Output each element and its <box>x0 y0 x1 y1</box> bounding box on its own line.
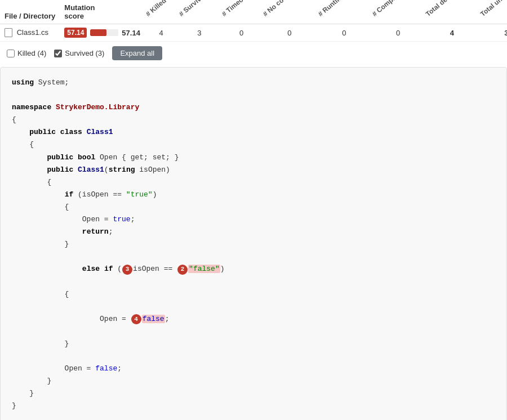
killed-filter[interactable]: Killed (4) <box>7 49 46 57</box>
score-cell: 57.14 57.14 <box>60 24 145 42</box>
col-header-timeout: # Timeout <box>221 0 261 24</box>
score-bar-fill <box>90 29 106 36</box>
code-line-20: Open = false; <box>12 363 495 375</box>
code-line-13: return; <box>12 226 495 238</box>
code-line-18: } <box>12 338 495 350</box>
code-line-15: else if (3isOpen == 2"false") <box>12 251 495 288</box>
code-line-3: namespace StrykerDemo.Library <box>12 101 495 114</box>
code-line-1: using System; <box>12 77 495 89</box>
total-undetected-cell: 3 <box>479 24 507 42</box>
expand-all-button[interactable]: Expand all <box>112 46 162 60</box>
killed-label: Killed (4) <box>17 49 46 57</box>
col-header-survived: # Survived <box>178 0 221 24</box>
timeout-cell: 0 <box>221 24 261 42</box>
killed-checkbox[interactable] <box>7 50 15 57</box>
score-value: 57.14 <box>122 29 140 37</box>
mutant-2-inline: 2 <box>177 265 188 275</box>
code-line-22: } <box>12 387 495 400</box>
col-header-killed: # Killed <box>145 0 178 24</box>
col-header-file: File / Directory <box>0 0 60 24</box>
survived-label: Survived (3) <box>65 49 104 57</box>
code-line-14: } <box>12 238 495 251</box>
runtime-error-cell: 0 <box>317 24 371 42</box>
col-header-runtime-error: # Runtime err. <box>317 0 371 24</box>
killed-cell: 4 <box>145 24 178 42</box>
col-header-compile-error: # Compile err. <box>371 0 425 24</box>
code-line-12: Open = true; <box>12 213 495 226</box>
code-line-10: if (isOpen == "true") <box>12 189 495 201</box>
code-line-7: public bool Open { get; set; } <box>12 151 495 164</box>
survived-cell: 3 <box>178 24 221 42</box>
mutant-4-inline: 4 <box>131 314 142 324</box>
compile-error-cell: 0 <box>371 24 425 42</box>
survived-checkbox[interactable] <box>54 50 62 57</box>
code-line-5: public class Class1 <box>12 126 495 138</box>
file-icon <box>5 28 12 37</box>
code-line-23: } <box>12 400 495 412</box>
code-line-8: public Class1(string isOpen) <box>12 164 495 176</box>
score-bar-container: 57.14 57.14 <box>64 28 140 38</box>
score-bar <box>90 29 118 36</box>
code-section: using System; namespace StrykerDemo.Libr… <box>0 67 507 420</box>
col-header-score: Mutationscore <box>60 0 145 24</box>
filter-row: Killed (4) Survived (3) Expand all <box>0 42 507 65</box>
score-badge: 57.14 <box>64 28 87 38</box>
mutant-3-inline: 3 <box>122 265 133 275</box>
code-line-2 <box>12 89 495 101</box>
code-line-21: } <box>12 375 495 387</box>
table-row: Class1.cs 57.14 57.14 4 3 0 0 0 0 <box>0 24 507 42</box>
score-header-line1: Mutation <box>64 3 95 12</box>
mutation-table-container: File / Directory Mutationscore # Killed … <box>0 0 507 42</box>
mutant-badge-4: 4 <box>131 314 141 324</box>
file-name-cell: Class1.cs <box>0 24 60 42</box>
col-header-no-coverage: # No coverage <box>262 0 317 24</box>
mutant-badge-3: 3 <box>122 265 132 275</box>
code-line-9: { <box>12 176 495 189</box>
mutation-table: File / Directory Mutationscore # Killed … <box>0 0 507 42</box>
code-line-17: Open = 4false; <box>12 301 495 338</box>
score-header-line2: score <box>64 12 84 20</box>
code-line-11: { <box>12 201 495 213</box>
col-header-total-detected: Total detected <box>425 0 479 24</box>
code-line-16: { <box>12 288 495 301</box>
code-line-19 <box>12 350 495 363</box>
total-detected-cell: 4 <box>425 24 479 42</box>
col-header-total-undetected: Total undetec. <box>479 0 507 24</box>
code-line-6: { <box>12 138 495 151</box>
no-coverage-cell: 0 <box>262 24 317 42</box>
survived-filter[interactable]: Survived (3) <box>54 49 104 57</box>
mutant-badge-2: 2 <box>177 265 188 275</box>
code-line-4: { <box>12 114 495 126</box>
